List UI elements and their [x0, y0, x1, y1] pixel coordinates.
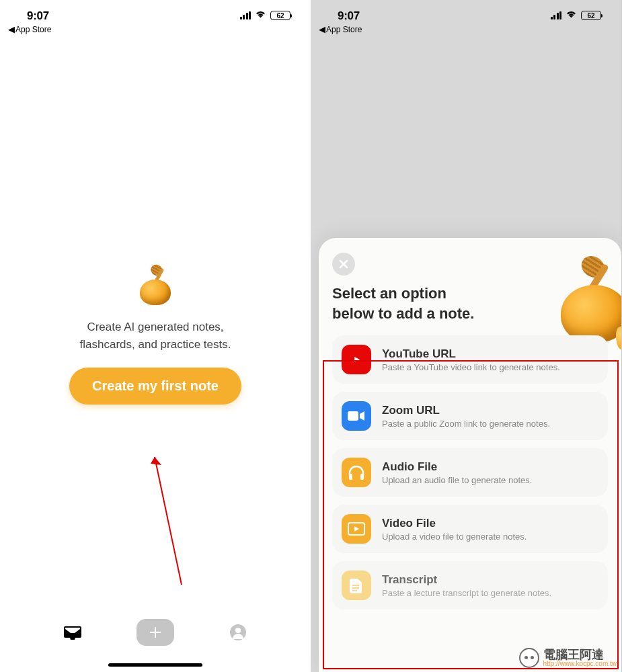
document-icon — [342, 571, 371, 600]
option-video-file[interactable]: Video File Upload a video file to genera… — [332, 505, 608, 553]
battery-icon: 62 — [581, 11, 601, 20]
onboarding-text: Create AI generated notes, flashcards, a… — [80, 319, 231, 353]
watermark-mascot-icon — [519, 648, 539, 668]
wifi-icon — [566, 9, 577, 22]
phone-screen-left: 9:07 62 ◀ App Store Create AI generated … — [0, 0, 311, 672]
close-modal-button[interactable] — [332, 253, 355, 276]
breadcrumb-label: App Store — [326, 25, 362, 34]
add-note-modal: Select an option below to add a note. Yo… — [319, 238, 621, 672]
status-icons: 62 — [551, 9, 602, 22]
svg-point-3 — [235, 628, 241, 633]
youtube-icon — [342, 345, 371, 374]
chevron-left-icon: ◀ — [319, 24, 325, 34]
tab-inbox[interactable] — [58, 618, 87, 647]
option-desc: Upload an audio file to generate notes. — [382, 475, 532, 485]
option-desc: Paste a YouTube video link to generate n… — [382, 362, 560, 372]
svg-rect-7 — [360, 474, 364, 480]
svg-rect-5 — [348, 411, 358, 421]
watermark: 電腦王阿達 http://www.kocpc.com.tw — [519, 648, 617, 668]
honey-pot-icon — [550, 262, 621, 343]
option-desc: Upload a video file to generate notes. — [382, 532, 527, 542]
tab-profile[interactable] — [223, 618, 253, 647]
option-title: Audio File — [382, 460, 532, 474]
option-title: Zoom URL — [382, 404, 550, 417]
honey-pot-icon — [137, 267, 174, 305]
status-bar: 9:07 62 — [311, 0, 621, 24]
video-icon — [342, 514, 371, 544]
watermark-url: http://www.kocpc.com.tw — [543, 661, 617, 667]
option-desc: Paste a public Zoom link to generate not… — [382, 419, 550, 429]
option-transcript[interactable]: Transcript Paste a lecture transcript to… — [332, 561, 608, 610]
tab-add-note[interactable] — [137, 619, 174, 646]
option-list: YouTube URL Paste a YouTube video link t… — [332, 335, 608, 610]
back-to-app-store[interactable]: ◀ App Store — [311, 24, 621, 38]
create-first-note-button[interactable]: Create my first note — [69, 368, 241, 405]
bottom-tab-bar — [0, 610, 311, 672]
option-zoom-url[interactable]: Zoom URL Paste a public Zoom link to gen… — [332, 392, 608, 440]
option-audio-file[interactable]: Audio File Upload an audio file to gener… — [332, 448, 608, 497]
option-title: Video File — [382, 517, 527, 530]
option-title: YouTube URL — [382, 347, 560, 361]
option-youtube-url[interactable]: YouTube URL Paste a YouTube video link t… — [332, 335, 608, 384]
home-indicator[interactable] — [108, 663, 202, 667]
phone-screen-right: 9:07 62 ◀ App Store Select an option bel… — [311, 0, 621, 672]
status-time: 9:07 — [338, 9, 360, 23]
option-desc: Paste a lecture transcript to generate n… — [382, 588, 551, 598]
watermark-text: 電腦王阿達 — [543, 648, 617, 661]
option-title: Transcript — [382, 573, 551, 587]
battery-level: 62 — [587, 12, 594, 19]
svg-rect-6 — [349, 474, 352, 480]
zoom-icon — [342, 401, 371, 431]
onboarding-stage: Create AI generated notes, flashcards, a… — [0, 0, 311, 672]
headphones-icon — [342, 458, 371, 487]
cellular-icon — [551, 11, 562, 19]
